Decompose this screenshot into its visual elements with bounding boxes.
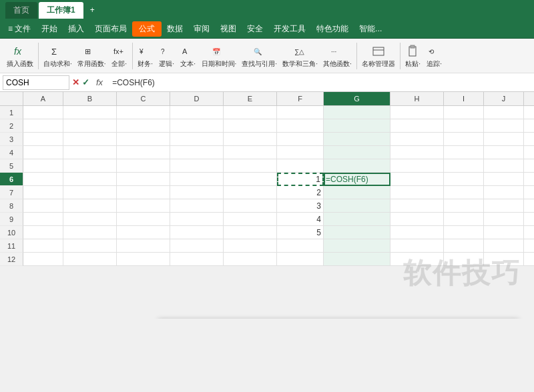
cell-f5[interactable] bbox=[277, 159, 324, 173]
cell-b2[interactable] bbox=[63, 119, 117, 133]
cell-h3[interactable] bbox=[390, 133, 444, 146]
cell-h7[interactable] bbox=[390, 186, 444, 199]
cell-c12[interactable] bbox=[117, 253, 170, 266]
cell-k8[interactable] bbox=[524, 199, 534, 213]
cell-f8[interactable]: 3 bbox=[277, 199, 324, 213]
row-num-11[interactable]: 11 bbox=[0, 239, 23, 253]
row-num-2[interactable]: 2 bbox=[0, 119, 23, 133]
cell-f4[interactable] bbox=[277, 146, 324, 159]
cell-i5[interactable] bbox=[444, 159, 484, 173]
cell-g12[interactable] bbox=[324, 253, 390, 266]
cell-j4[interactable] bbox=[484, 146, 524, 159]
cell-a8[interactable] bbox=[23, 199, 63, 213]
cell-h9[interactable] bbox=[390, 213, 444, 226]
cell-h11[interactable] bbox=[390, 239, 444, 253]
cell-i1[interactable] bbox=[444, 106, 484, 119]
cell-d11[interactable] bbox=[170, 239, 224, 253]
cell-k4[interactable] bbox=[524, 146, 534, 159]
cell-d10[interactable] bbox=[170, 226, 224, 239]
cell-i2[interactable] bbox=[444, 119, 484, 133]
row-num-8[interactable]: 8 bbox=[0, 199, 23, 213]
row-num-1[interactable]: 1 bbox=[0, 106, 23, 119]
cell-b12[interactable] bbox=[63, 253, 117, 266]
cell-j5[interactable] bbox=[484, 159, 524, 173]
cell-c7[interactable] bbox=[117, 186, 170, 199]
common-func-button[interactable]: ⊞ 常用函数· bbox=[75, 42, 109, 70]
cell-g3[interactable] bbox=[324, 133, 390, 146]
cell-a4[interactable] bbox=[23, 146, 63, 159]
menu-data[interactable]: 数据 bbox=[162, 21, 188, 37]
cell-c2[interactable] bbox=[117, 119, 170, 133]
cell-g1[interactable] bbox=[324, 106, 390, 119]
cell-k6[interactable] bbox=[524, 173, 534, 186]
cell-h5[interactable] bbox=[390, 159, 444, 173]
text-button[interactable]: A 文本· bbox=[178, 42, 199, 70]
cell-h10[interactable] bbox=[390, 226, 444, 239]
cell-f2[interactable] bbox=[277, 119, 324, 133]
menu-file[interactable]: ≡ 文件 bbox=[3, 21, 36, 37]
other-func-button[interactable]: ··· 其他函数· bbox=[320, 42, 354, 70]
cell-k2[interactable] bbox=[524, 119, 534, 133]
col-header-b[interactable]: B bbox=[63, 92, 117, 105]
cell-b8[interactable] bbox=[63, 199, 117, 213]
col-header-j[interactable]: J bbox=[484, 92, 524, 105]
row-num-7[interactable]: 7 bbox=[0, 186, 23, 199]
cell-i7[interactable] bbox=[444, 186, 484, 199]
formula-input[interactable] bbox=[109, 78, 531, 87]
cell-b4[interactable] bbox=[63, 146, 117, 159]
row-num-4[interactable]: 4 bbox=[0, 146, 23, 159]
cell-e7[interactable] bbox=[224, 186, 277, 199]
cell-f11[interactable] bbox=[277, 239, 324, 253]
cell-j7[interactable] bbox=[484, 186, 524, 199]
cell-h4[interactable] bbox=[390, 146, 444, 159]
cell-e6[interactable] bbox=[224, 173, 277, 186]
cell-f1[interactable] bbox=[277, 106, 324, 119]
math-button[interactable]: ∑△ 数学和三角· bbox=[280, 42, 320, 70]
cancel-button[interactable]: ✕ bbox=[72, 77, 79, 87]
menu-start[interactable]: 开始 bbox=[36, 21, 63, 37]
cell-f10[interactable]: 5 bbox=[277, 226, 324, 239]
cell-d3[interactable] bbox=[170, 133, 224, 146]
cell-f3[interactable] bbox=[277, 133, 324, 146]
cell-a1[interactable] bbox=[23, 106, 63, 119]
col-header-g[interactable]: G bbox=[324, 92, 390, 105]
col-header-d[interactable]: D bbox=[170, 92, 224, 105]
col-header-e[interactable]: E bbox=[224, 92, 277, 105]
row-num-9[interactable]: 9 bbox=[0, 213, 23, 226]
row-num-12[interactable]: 12 bbox=[0, 253, 23, 266]
cell-b7[interactable] bbox=[63, 186, 117, 199]
cell-e1[interactable] bbox=[224, 106, 277, 119]
cell-b1[interactable] bbox=[63, 106, 117, 119]
cell-i6[interactable] bbox=[444, 173, 484, 186]
cell-j2[interactable] bbox=[484, 119, 524, 133]
cell-b3[interactable] bbox=[63, 133, 117, 146]
cell-j3[interactable] bbox=[484, 133, 524, 146]
cell-g6[interactable]: =COSH(F6) bbox=[324, 173, 390, 186]
cell-a7[interactable] bbox=[23, 186, 63, 199]
cell-a12[interactable] bbox=[23, 253, 63, 266]
menu-formula[interactable]: 公式 bbox=[132, 21, 162, 37]
row-num-5[interactable]: 5 bbox=[0, 159, 23, 173]
cell-g8[interactable] bbox=[324, 199, 390, 213]
cell-c5[interactable] bbox=[117, 159, 170, 173]
cell-g7[interactable] bbox=[324, 186, 390, 199]
workbook-tab[interactable]: 工作簿1 bbox=[39, 2, 83, 19]
menu-dev[interactable]: 开发工具 bbox=[268, 21, 311, 37]
col-header-h[interactable]: H bbox=[390, 92, 444, 105]
cell-e12[interactable] bbox=[224, 253, 277, 266]
cell-h12[interactable] bbox=[390, 253, 444, 266]
cell-a2[interactable] bbox=[23, 119, 63, 133]
trace-button[interactable]: ⟲ 追踪· bbox=[424, 42, 445, 70]
cell-d7[interactable] bbox=[170, 186, 224, 199]
cell-g10[interactable] bbox=[324, 226, 390, 239]
cell-g11[interactable] bbox=[324, 239, 390, 253]
cell-i3[interactable] bbox=[444, 133, 484, 146]
cell-b11[interactable] bbox=[63, 239, 117, 253]
col-header-c[interactable]: C bbox=[117, 92, 170, 105]
row-num-6[interactable]: 6 bbox=[0, 173, 23, 186]
insert-function-button[interactable]: fx 插入函数 bbox=[4, 42, 36, 70]
cell-a9[interactable] bbox=[23, 213, 63, 226]
menu-security[interactable]: 安全 bbox=[242, 21, 268, 37]
cell-i4[interactable] bbox=[444, 146, 484, 159]
cell-b6[interactable] bbox=[63, 173, 117, 186]
